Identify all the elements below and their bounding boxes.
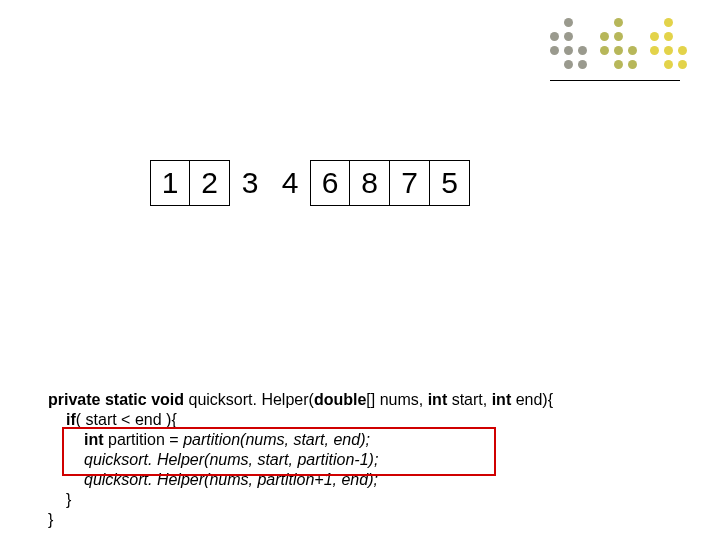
dot-icon — [564, 60, 573, 69]
cell-value: 5 — [441, 166, 458, 200]
cell-value: 7 — [401, 166, 418, 200]
code-line: quicksort. Helper(nums, start, partition… — [84, 450, 378, 470]
dot-icon — [614, 18, 623, 27]
dot-icon — [678, 46, 687, 55]
dot-icon — [564, 32, 573, 41]
array-cell: 3 — [230, 160, 270, 206]
array-cell: 4 — [270, 160, 310, 206]
dot-icon — [664, 18, 673, 27]
dot-icon — [614, 60, 623, 69]
code-line: quicksort. Helper(nums, partition+1, end… — [84, 470, 378, 490]
code-line: int partition = partition(nums, start, e… — [84, 430, 370, 450]
array-cell: 1 — [150, 160, 190, 206]
dot-icon — [650, 46, 659, 55]
dot-icon — [564, 46, 573, 55]
keyword: double — [314, 391, 366, 408]
dot-icon — [550, 46, 559, 55]
dot-icon — [664, 46, 673, 55]
keyword: private static void — [48, 391, 184, 408]
keyword: int — [492, 391, 512, 408]
array-cell: 8 — [350, 160, 390, 206]
keyword: int — [84, 431, 104, 448]
code-line: } — [66, 490, 71, 510]
dot-icon — [628, 60, 637, 69]
cell-value: 3 — [242, 166, 259, 200]
dot-icon — [650, 32, 659, 41]
cell-value: 8 — [361, 166, 378, 200]
array-cell: 7 — [390, 160, 430, 206]
array-cell: 6 — [310, 160, 350, 206]
dot-icon — [550, 32, 559, 41]
dot-icon — [600, 32, 609, 41]
cell-value: 4 — [282, 166, 299, 200]
dot-icon — [664, 60, 673, 69]
cell-value: 6 — [322, 166, 339, 200]
dot-icon — [578, 60, 587, 69]
array-cell: 2 — [190, 160, 230, 206]
dot-icon — [664, 32, 673, 41]
keyword: int — [428, 391, 448, 408]
cell-value: 1 — [162, 166, 179, 200]
dot-icon — [678, 60, 687, 69]
array-row: 1 2 3 4 6 8 7 5 — [150, 160, 470, 206]
code-block: private static void quicksort. Helper(do… — [48, 370, 553, 540]
code-line: private static void quicksort. Helper(do… — [48, 391, 553, 408]
array-cell: 5 — [430, 160, 470, 206]
dot-icon — [628, 46, 637, 55]
dot-icon — [600, 46, 609, 55]
code-line: } — [48, 511, 53, 528]
cell-value: 2 — [201, 166, 218, 200]
slide: 1 2 3 4 6 8 7 5 private static void quic… — [0, 0, 720, 540]
keyword: if — [66, 411, 76, 428]
code-line: if( start < end ){ — [66, 410, 177, 430]
dot-icon — [614, 32, 623, 41]
dot-icon — [564, 18, 573, 27]
dot-icon — [578, 46, 587, 55]
decorative-dots — [550, 18, 680, 78]
dot-icon — [614, 46, 623, 55]
divider-line — [550, 80, 680, 81]
